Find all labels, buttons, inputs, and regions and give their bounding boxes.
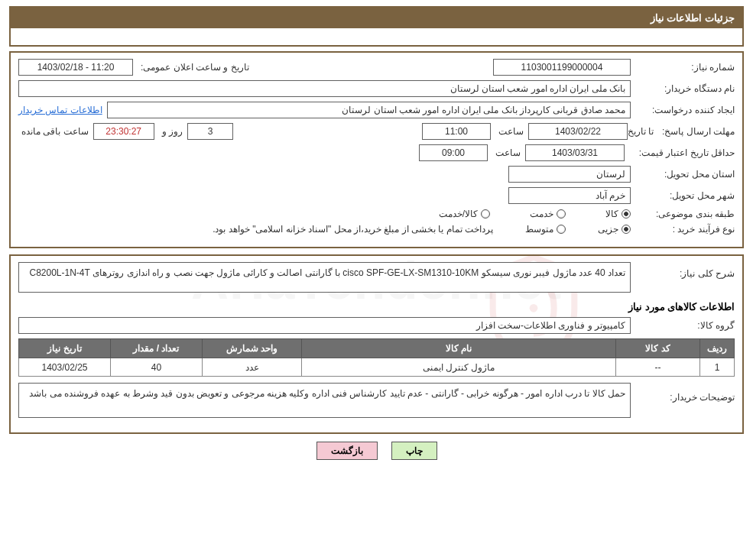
validity-label: حداقل تاریخ اعتبار قیمت: — [637, 147, 735, 158]
radio-label: خدمت — [530, 209, 553, 219]
desc-label: شرح کلی نیاز: — [635, 262, 735, 279]
notes-field — [18, 383, 631, 418]
table-cell-unit: عدد — [203, 358, 302, 377]
ta-date-label-1: تا تاریخ: — [632, 126, 654, 137]
page-header: جزئیات اطلاعات نیاز — [9, 6, 744, 47]
purchase-partial-radio[interactable]: جزیی — [598, 224, 631, 235]
table-cell-row: 1 — [700, 358, 735, 377]
radio-label: کالا — [605, 209, 618, 219]
radio-icon — [481, 209, 490, 218]
purchase-type-label: نوع فرآیند خرید : — [635, 224, 735, 235]
table-cell-code: -- — [616, 358, 700, 377]
th-qty: تعداد / مقدار — [111, 339, 203, 358]
info-panel: شماره نیاز: 1103001199000004 تاریخ و ساع… — [9, 51, 744, 248]
days-field: 3 — [187, 123, 233, 140]
radio-label: جزیی — [598, 224, 618, 235]
table-row: 1--ماژول کنترل ایمنیعدد401403/02/25 — [19, 358, 735, 377]
time-label-1: ساعت — [495, 126, 524, 137]
radio-icon — [622, 209, 631, 218]
radio-icon — [557, 209, 566, 218]
requester-label: ایجاد کننده درخواست: — [635, 105, 735, 115]
table-cell-date: 1403/02/25 — [19, 358, 111, 377]
announce-label: تاریخ و ساعت اعلان عمومی: — [138, 62, 249, 73]
radio-icon — [557, 225, 566, 234]
page-title: جزئیات اطلاعات نیاز — [11, 8, 742, 28]
province-label: استان محل تحویل: — [635, 169, 735, 180]
items-section-title: اطلاعات کالاهای مورد نیاز — [18, 301, 735, 312]
need-number-field: 1103001199000004 — [493, 59, 631, 76]
remaining-label: ساعت باقی مانده — [18, 126, 89, 137]
notes-label: توضیحات خریدار: — [635, 383, 735, 403]
radio-label: کالا/خدمت — [439, 209, 478, 219]
th-code: کد کالا — [616, 339, 700, 358]
back-button[interactable]: بازگشت — [316, 442, 378, 460]
buyer-org-field: بانک ملی ایران اداره امور شعب استان لرست… — [18, 80, 631, 97]
need-number-label: شماره نیاز: — [635, 62, 735, 73]
action-bar: چاپ بازگشت — [9, 442, 744, 460]
requester-field: محمد صادق قربانی کارپرداز بانک ملی ایران… — [107, 102, 631, 118]
purchase-note: پرداخت تمام یا بخشی از مبلغ خرید،از محل … — [213, 224, 493, 235]
validity-time-field: 09:00 — [419, 144, 488, 161]
timer-field: 23:30:27 — [93, 123, 154, 140]
deadline-time-field: 11:00 — [422, 123, 491, 140]
table-cell-qty: 40 — [111, 358, 203, 377]
city-label: شهر محل تحویل: — [635, 190, 735, 201]
classify-kala-radio[interactable]: کالا — [605, 209, 631, 219]
th-unit: واحد شمارش — [203, 339, 302, 358]
buyer-org-label: نام دستگاه خریدار: — [635, 83, 735, 94]
th-name: نام کالا — [302, 339, 616, 358]
validity-date-field: 1403/03/31 — [525, 144, 625, 161]
city-field: خرم آباد — [508, 187, 631, 204]
deadline-date-field: 1403/02/22 — [528, 123, 628, 140]
items-panel: شرح کلی نیاز: اطلاعات کالاهای مورد نیاز … — [9, 254, 744, 434]
classify-kala-khadmat-radio[interactable]: کالا/خدمت — [439, 209, 490, 219]
th-row: ردیف — [700, 339, 735, 358]
table-cell-name: ماژول کنترل ایمنی — [302, 358, 616, 377]
classify-label: طبقه بندی موضوعی: — [635, 209, 735, 219]
announce-field: 11:20 - 1403/02/18 — [18, 59, 133, 76]
province-field: لرستان — [508, 166, 631, 183]
group-field: کامپیوتر و فناوری اطلاعات-سخت افزار — [18, 317, 631, 334]
days-label: روز و — [159, 126, 183, 137]
time-label-2: ساعت — [492, 147, 521, 158]
radio-label: متوسط — [525, 224, 553, 235]
radio-icon — [622, 225, 631, 234]
classify-khadmat-radio[interactable]: خدمت — [530, 209, 566, 219]
deadline-label: مهلت ارسال پاسخ: — [658, 126, 735, 137]
items-table: ردیف کد کالا نام کالا واحد شمارش تعداد /… — [18, 338, 735, 377]
contact-link[interactable]: اطلاعات تماس خریدار — [18, 105, 102, 115]
group-label: گروه کالا: — [635, 320, 735, 331]
purchase-medium-radio[interactable]: متوسط — [525, 224, 566, 235]
desc-field — [18, 262, 631, 293]
th-date: تاریخ نیاز — [19, 339, 111, 358]
print-button[interactable]: چاپ — [391, 442, 437, 460]
